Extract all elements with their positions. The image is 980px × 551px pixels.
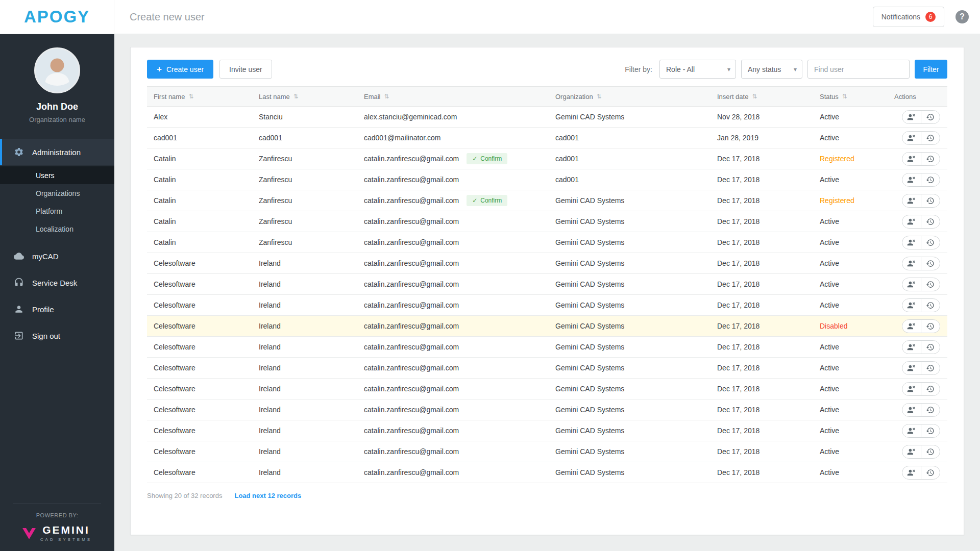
history-button[interactable] bbox=[921, 466, 940, 480]
table-row: Celesoftware Ireland catalin.zanfirescu@… bbox=[147, 462, 947, 483]
records-count-label: Showing 20 of 32 records bbox=[147, 492, 222, 499]
role-filter-select[interactable]: Role - All ▾ bbox=[659, 60, 736, 79]
remove-user-button[interactable] bbox=[902, 152, 921, 166]
column-header-insert-date[interactable]: Insert date⇅ bbox=[717, 93, 820, 101]
cell-organization: cad001 bbox=[555, 134, 717, 142]
load-more-link[interactable]: Load next 12 records bbox=[234, 492, 301, 499]
history-button[interactable] bbox=[921, 403, 940, 417]
filter-button[interactable]: Filter bbox=[915, 60, 947, 79]
notifications-button[interactable]: Notifications 6 bbox=[873, 7, 944, 27]
cell-insert-date: Dec 17, 2018 bbox=[717, 217, 820, 226]
table-row: Celesoftware Ireland catalin.zanfirescu@… bbox=[147, 316, 947, 337]
sort-icon[interactable]: ⇅ bbox=[842, 93, 847, 100]
row-action-group bbox=[902, 278, 940, 291]
cell-organization: Gemini CAD Systems bbox=[555, 322, 717, 330]
sort-icon[interactable]: ⇅ bbox=[752, 93, 757, 100]
cell-status: Active bbox=[820, 385, 894, 393]
history-button[interactable] bbox=[921, 445, 940, 459]
sidebar-item-organizations[interactable]: Organizations bbox=[0, 184, 114, 202]
sort-icon[interactable]: ⇅ bbox=[597, 93, 602, 100]
remove-user-button[interactable] bbox=[902, 110, 921, 124]
history-button[interactable] bbox=[921, 382, 940, 396]
history-button[interactable] bbox=[921, 236, 940, 249]
sidebar-item-label: Service Desk bbox=[32, 279, 77, 287]
find-user-input[interactable] bbox=[807, 60, 910, 79]
gemini-brand: GEMINI CAD SYSTEMS bbox=[0, 524, 114, 542]
history-button[interactable] bbox=[921, 298, 940, 312]
remove-user-icon bbox=[907, 217, 916, 226]
sidebar-item-administration[interactable]: Administration bbox=[0, 139, 114, 165]
history-button[interactable] bbox=[921, 257, 940, 270]
history-button[interactable] bbox=[921, 319, 940, 333]
cell-first-name: Celesoftware bbox=[154, 301, 259, 309]
sort-icon[interactable]: ⇅ bbox=[293, 93, 299, 100]
remove-user-button[interactable] bbox=[902, 236, 921, 249]
remove-user-button[interactable] bbox=[902, 131, 921, 145]
history-button[interactable] bbox=[921, 215, 940, 229]
sidebar-item-service-desk[interactable]: Service Desk bbox=[0, 269, 114, 296]
history-icon bbox=[926, 447, 935, 456]
row-action-group bbox=[902, 194, 940, 208]
remove-user-button[interactable] bbox=[902, 361, 921, 375]
table-header: First name⇅ Last name⇅ Email⇅ Organizati… bbox=[147, 86, 947, 107]
row-action-group bbox=[902, 382, 940, 396]
sort-icon[interactable]: ⇅ bbox=[384, 93, 389, 100]
cell-status: Disabled bbox=[820, 322, 894, 330]
column-header-first-name[interactable]: First name⇅ bbox=[154, 93, 259, 101]
column-header-status[interactable]: Status⇅ bbox=[820, 93, 894, 101]
history-button[interactable] bbox=[921, 340, 940, 354]
history-button[interactable] bbox=[921, 361, 940, 375]
cell-email: alex.stanciu@geminicad.com bbox=[364, 113, 555, 121]
invite-user-button[interactable]: Invite user bbox=[219, 60, 272, 79]
cell-last-name: Ireland bbox=[259, 447, 364, 456]
history-button[interactable] bbox=[921, 110, 940, 124]
remove-user-button[interactable] bbox=[902, 340, 921, 354]
remove-user-button[interactable] bbox=[902, 215, 921, 229]
remove-user-button[interactable] bbox=[902, 278, 921, 291]
sidebar-item-platform[interactable]: Platform bbox=[0, 202, 114, 220]
remove-user-button[interactable] bbox=[902, 424, 921, 438]
cell-organization: Gemini CAD Systems bbox=[555, 427, 717, 435]
app-logo[interactable]: APOGY bbox=[0, 0, 114, 34]
sidebar-item-profile[interactable]: Profile bbox=[0, 296, 114, 322]
remove-user-icon bbox=[907, 427, 916, 435]
table-row: cad001 cad001 cad001@mailinator.com cad0… bbox=[147, 128, 947, 148]
column-header-last-name[interactable]: Last name⇅ bbox=[259, 93, 364, 101]
sidebar-divider bbox=[13, 504, 101, 504]
sidebar-item-users[interactable]: Users bbox=[0, 166, 114, 184]
remove-user-button[interactable] bbox=[902, 257, 921, 270]
create-user-button[interactable]: + Create user bbox=[147, 60, 213, 79]
remove-user-button[interactable] bbox=[902, 403, 921, 417]
remove-user-button[interactable] bbox=[902, 319, 921, 333]
cell-organization: Gemini CAD Systems bbox=[555, 217, 717, 226]
history-button[interactable] bbox=[921, 131, 940, 145]
confirm-badge[interactable]: ✓ Confirm bbox=[467, 153, 507, 164]
sidebar-profile: John Doe Organization name bbox=[0, 34, 114, 123]
history-button[interactable] bbox=[921, 152, 940, 166]
history-button[interactable] bbox=[921, 173, 940, 187]
help-icon[interactable]: ? bbox=[955, 10, 969, 23]
remove-user-button[interactable] bbox=[902, 466, 921, 480]
history-button[interactable] bbox=[921, 278, 940, 291]
history-icon bbox=[926, 196, 935, 205]
remove-user-button[interactable] bbox=[902, 194, 921, 208]
history-button[interactable] bbox=[921, 194, 940, 208]
sort-icon[interactable]: ⇅ bbox=[188, 93, 193, 100]
history-icon bbox=[926, 427, 935, 435]
sidebar-item-localization[interactable]: Localization bbox=[0, 220, 114, 238]
remove-user-button[interactable] bbox=[902, 173, 921, 187]
remove-user-icon bbox=[907, 447, 916, 456]
sidebar-item-mycad[interactable]: myCAD bbox=[0, 243, 114, 269]
sidebar-item-sign-out[interactable]: Sign out bbox=[0, 322, 114, 349]
row-action-group bbox=[902, 361, 940, 375]
remove-user-button[interactable] bbox=[902, 298, 921, 312]
remove-user-button[interactable] bbox=[902, 445, 921, 459]
column-header-organization[interactable]: Organization⇅ bbox=[555, 93, 717, 101]
status-filter-select[interactable]: Any status ▾ bbox=[741, 60, 802, 79]
sidebar-nav: Administration Users Organizations Platf… bbox=[0, 139, 114, 349]
column-header-email[interactable]: Email⇅ bbox=[364, 93, 555, 101]
history-button[interactable] bbox=[921, 424, 940, 438]
remove-user-button[interactable] bbox=[902, 382, 921, 396]
cell-first-name: Catalin bbox=[154, 176, 259, 184]
confirm-badge[interactable]: ✓ Confirm bbox=[467, 195, 507, 206]
